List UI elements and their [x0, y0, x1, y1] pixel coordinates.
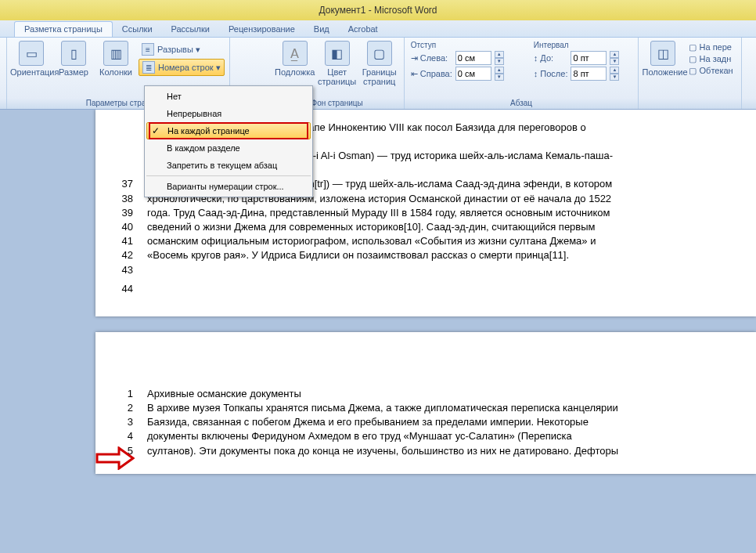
page-color-button[interactable]: ◧ Цвет страницы [316, 39, 358, 86]
tab-mailings[interactable]: Рассылки [162, 22, 219, 37]
line-text: султанов). Эти документы пока до конца н… [147, 444, 733, 458]
indent-right-spinner[interactable]: ▲▼ [495, 67, 504, 81]
page-borders-label: Границы страниц [358, 67, 401, 86]
text-line: 41османским официальным историографом, и… [111, 234, 733, 248]
position-button[interactable]: ◫ Положение [642, 39, 684, 77]
line-text [147, 282, 733, 296]
line-numbers-icon: ≣ [142, 61, 155, 74]
tab-view[interactable]: Вид [304, 22, 339, 37]
line-number: 39 [111, 206, 133, 220]
breaks-label: Разрывы ▾ [157, 45, 200, 55]
tab-layout[interactable]: Разметка страницы [14, 21, 113, 37]
size-label: Размер [52, 67, 95, 77]
line-text: «Восемь кругов рая». У Идриса Бидлиси он… [147, 248, 733, 262]
text-line: 1Архивные османские документы [111, 387, 733, 401]
watermark-button[interactable]: A̲ Подложка [274, 39, 316, 77]
annotation-arrow [95, 446, 135, 472]
tab-review[interactable]: Рецензирование [219, 22, 304, 37]
line-text: В архиве музея Топкапы хранятся письма Д… [147, 401, 733, 415]
line-number: 41 [111, 234, 133, 248]
line-text [147, 263, 733, 277]
text-wrap-button[interactable]: ▢ Обтекан [689, 66, 733, 76]
position-label: Положение [642, 67, 684, 77]
text-line: 42«Восемь кругов рая». У Идриса Бидлиси … [111, 248, 733, 262]
text-line: 4документы включены Феридуном Ахмедом в … [111, 429, 733, 443]
page-2: 1Архивные османские документы2В архиве м… [95, 332, 756, 474]
line-number: 44 [111, 282, 133, 296]
tab-references[interactable]: Ссылки [113, 22, 162, 37]
orientation-label: Ориентация [10, 67, 52, 77]
document-workspace: к папе Иннокентию VIII как посол Баязида… [0, 110, 756, 553]
text-line: 3Баязида, связанная с побегом Джема и ег… [111, 415, 733, 429]
columns-icon: ▥ [103, 41, 128, 66]
line-text: сведений о жизни Джема для современных и… [147, 220, 733, 234]
position-icon: ◫ [650, 41, 675, 66]
line-number: 1 [111, 387, 133, 401]
check-icon: ✓ [152, 125, 160, 136]
page-borders-button[interactable]: ▢ Границы страниц [358, 39, 401, 86]
indent-title: Отступ [408, 39, 520, 49]
orientation-icon: ▭ [19, 41, 44, 66]
ribbon: ▭ Ориентация ▯ Размер ▥ Колонки ≡ Разрыв… [0, 38, 756, 110]
line-number: 43 [111, 263, 133, 277]
line-number: 40 [111, 220, 133, 234]
page-color-label: Цвет страницы [316, 67, 358, 86]
line-text: года. Труд Саад-эд-Дина, представленный … [147, 206, 733, 220]
orientation-button[interactable]: ▭ Ориентация [10, 39, 52, 77]
dd-options[interactable]: Варианты нумерации строк... [146, 178, 311, 195]
breaks-button[interactable]: ≡ Разрывы ▾ [139, 41, 225, 58]
line-text: Баязида, связанная с побегом Джема и его… [147, 415, 733, 429]
text-line: 39года. Труд Саад-эд-Дина, представленны… [111, 206, 733, 220]
line-number: 2 [111, 401, 133, 415]
line-numbers-button[interactable]: ≣ Номера строк ▾ [139, 59, 225, 76]
size-button[interactable]: ▯ Размер [52, 39, 95, 77]
dd-suppress[interactable]: Запретить в текущем абзац [146, 157, 311, 174]
dd-none[interactable]: Нет [146, 88, 311, 105]
ribbon-tabs: Разметка страницы Ссылки Рассылки Реценз… [0, 20, 756, 38]
size-icon: ▯ [61, 41, 86, 66]
text-line: 2В архиве музея Топкапы хранятся письма … [111, 401, 733, 415]
indent-left-label: ⇥ Слева: [411, 53, 452, 63]
bring-front-button[interactable]: ▢ На пере [689, 42, 733, 52]
line-text: османским официальным историографом, исп… [147, 234, 733, 248]
text-line: 44 [111, 282, 733, 296]
spacing-after-input[interactable] [571, 67, 607, 81]
watermark-icon: A̲ [283, 41, 308, 66]
spacing-after-spinner[interactable]: ▲▼ [610, 67, 619, 81]
text-line: 40сведений о жизни Джема для современных… [111, 220, 733, 234]
line-number: 4 [111, 429, 133, 443]
window-title: Документ1 - Microsoft Word [0, 0, 756, 20]
spacing-before-label: ↕ До: [534, 53, 568, 63]
dd-each-page[interactable]: ✓На каждой странице [146, 122, 311, 139]
indent-left-spinner[interactable]: ▲▼ [495, 51, 504, 65]
dd-continuous[interactable]: Непрерывная [146, 105, 311, 122]
spacing-title: Интервал [531, 39, 635, 49]
line-numbers-dropdown: Нет Непрерывная ✓На каждой странице В ка… [144, 85, 313, 197]
text-line: 43 [111, 263, 733, 277]
breaks-icon: ≡ [142, 43, 154, 56]
line-text: Архивные османские документы [147, 387, 733, 401]
line-number: 42 [111, 248, 133, 262]
indent-right-label: ⇤ Справа: [411, 69, 452, 79]
columns-button[interactable]: ▥ Колонки [95, 39, 137, 77]
page-borders-icon: ▢ [367, 41, 392, 66]
arrange-group-label [642, 107, 737, 109]
line-number: 3 [111, 415, 133, 429]
tab-acrobat[interactable]: Acrobat [339, 22, 387, 37]
text-line: 5султанов). Эти документы пока до конца … [111, 444, 733, 458]
spacing-before-spinner[interactable]: ▲▼ [610, 51, 619, 65]
indent-right-input[interactable] [455, 67, 491, 81]
line-number: 37 [111, 177, 133, 191]
watermark-label: Подложка [274, 67, 316, 77]
line-number: 38 [111, 192, 133, 206]
paragraph-group-label: Абзац [408, 99, 635, 109]
spacing-before-input[interactable] [571, 51, 607, 65]
indent-left-input[interactable] [455, 51, 491, 65]
dd-each-section[interactable]: В каждом разделе [146, 139, 311, 157]
page-color-icon: ◧ [325, 41, 350, 66]
line-numbers-label: Номера строк ▾ [158, 63, 221, 73]
send-back-button[interactable]: ▢ На задн [689, 54, 733, 64]
columns-label: Колонки [95, 67, 137, 77]
spacing-after-label: ↕ После: [534, 69, 568, 78]
dd-separator [146, 175, 311, 176]
